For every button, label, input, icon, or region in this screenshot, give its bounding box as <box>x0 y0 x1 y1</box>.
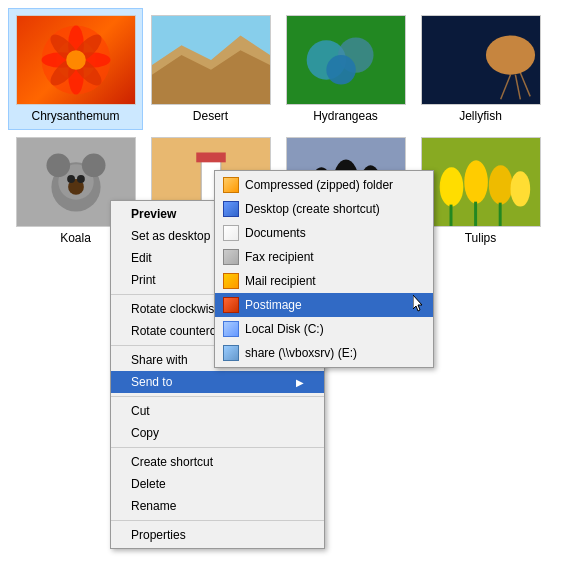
sendto-item-postimage[interactable]: Postimage <box>215 293 433 317</box>
sendto-icon-mail-recipient <box>223 273 239 289</box>
sendto-item-compressed[interactable]: Compressed (zipped) folder <box>215 173 433 197</box>
thumb-item-chrysanthemum[interactable]: Chrysanthemum <box>8 8 143 130</box>
sendto-label-compressed: Compressed (zipped) folder <box>245 178 393 192</box>
ctx-item-create-shortcut[interactable]: Create shortcut <box>111 451 324 473</box>
ctx-item-delete[interactable]: Delete <box>111 473 324 495</box>
sendto-icon-compressed <box>223 177 239 193</box>
thumb-item-jellyfish[interactable]: Jellyfish <box>413 8 548 130</box>
ctx-label-copy: Copy <box>131 426 159 440</box>
explorer-window: Chrysanthemum Desert Hydrangeas Jellyfis… <box>0 0 580 580</box>
ctx-label-preview: Preview <box>131 207 176 221</box>
svg-point-17 <box>326 55 356 85</box>
sendto-label-postimage: Postimage <box>245 298 302 312</box>
sendto-submenu: Compressed (zipped) folderDesktop (creat… <box>214 170 434 368</box>
sendto-icon-documents <box>223 225 239 241</box>
ctx-label-delete: Delete <box>131 477 166 491</box>
thumb-image-chrysanthemum <box>16 15 136 105</box>
thumb-image-jellyfish <box>421 15 541 105</box>
svg-point-45 <box>488 165 512 204</box>
ctx-item-copy[interactable]: Copy <box>111 422 324 444</box>
thumb-label-chrysanthemum: Chrysanthemum <box>31 109 119 123</box>
sendto-item-fax-recipient[interactable]: Fax recipient <box>215 245 433 269</box>
sendto-item-desktop-shortcut[interactable]: Desktop (create shortcut) <box>215 197 433 221</box>
sendto-icon-desktop-shortcut <box>223 201 239 217</box>
thumb-label-desert: Desert <box>193 109 228 123</box>
thumb-label-tulips: Tulips <box>465 231 497 245</box>
ctx-label-rotate-cw: Rotate clockwise <box>131 302 221 316</box>
sendto-item-mail-recipient[interactable]: Mail recipient <box>215 269 433 293</box>
svg-point-10 <box>66 50 86 70</box>
sendto-icon-local-disk <box>223 321 239 337</box>
svg-rect-47 <box>449 205 452 227</box>
ctx-item-properties[interactable]: Properties <box>111 524 324 546</box>
sendto-icon-fax-recipient <box>223 249 239 265</box>
ctx-label-print: Print <box>131 273 156 287</box>
ctx-label-properties: Properties <box>131 528 186 542</box>
thumb-label-koala: Koala <box>60 231 91 245</box>
submenu-arrow-send-to: ▶ <box>296 377 304 388</box>
ctx-label-send-to: Send to <box>131 375 172 389</box>
svg-marker-50 <box>413 295 422 311</box>
sendto-icon-postimage <box>223 297 239 313</box>
thumb-label-hydrangeas: Hydrangeas <box>313 109 378 123</box>
ctx-separator-sep3 <box>111 396 324 397</box>
svg-point-44 <box>464 160 488 203</box>
sendto-item-documents[interactable]: Documents <box>215 221 433 245</box>
ctx-label-rename: Rename <box>131 499 176 513</box>
thumb-image-hydrangeas <box>286 15 406 105</box>
ctx-separator-sep5 <box>111 520 324 521</box>
sendto-label-mail-recipient: Mail recipient <box>245 274 316 288</box>
ctx-separator-sep4 <box>111 447 324 448</box>
svg-point-19 <box>485 35 534 74</box>
ctx-item-rename[interactable]: Rename <box>111 495 324 517</box>
svg-point-27 <box>81 153 105 177</box>
sendto-label-documents: Documents <box>245 226 306 240</box>
thumb-item-desert[interactable]: Desert <box>143 8 278 130</box>
ctx-label-share-with: Share with <box>131 353 188 367</box>
sendto-label-desktop-shortcut: Desktop (create shortcut) <box>245 202 380 216</box>
ctx-item-send-to[interactable]: Send to▶ <box>111 371 324 393</box>
svg-point-26 <box>46 153 70 177</box>
sendto-item-share-drive[interactable]: share (\\vboxsrv) (E:) <box>215 341 433 365</box>
svg-rect-48 <box>474 202 477 227</box>
svg-point-29 <box>67 175 75 183</box>
sendto-icon-share-drive <box>223 345 239 361</box>
thumb-label-jellyfish: Jellyfish <box>459 109 502 123</box>
sendto-item-local-disk[interactable]: Local Disk (C:) <box>215 317 433 341</box>
sendto-label-share-drive: share (\\vboxsrv) (E:) <box>245 346 357 360</box>
svg-rect-33 <box>196 153 226 163</box>
svg-point-43 <box>439 167 463 206</box>
sendto-label-fax-recipient: Fax recipient <box>245 250 314 264</box>
mouse-cursor <box>413 295 425 316</box>
thumb-image-tulips <box>421 137 541 227</box>
svg-point-30 <box>76 175 84 183</box>
sendto-label-local-disk: Local Disk (C:) <box>245 322 324 336</box>
thumb-item-hydrangeas[interactable]: Hydrangeas <box>278 8 413 130</box>
svg-rect-49 <box>498 203 501 227</box>
ctx-item-cut[interactable]: Cut <box>111 400 324 422</box>
ctx-label-cut: Cut <box>131 404 150 418</box>
thumb-image-desert <box>151 15 271 105</box>
ctx-label-edit: Edit <box>131 251 152 265</box>
svg-point-46 <box>510 171 530 206</box>
ctx-label-create-shortcut: Create shortcut <box>131 455 213 469</box>
